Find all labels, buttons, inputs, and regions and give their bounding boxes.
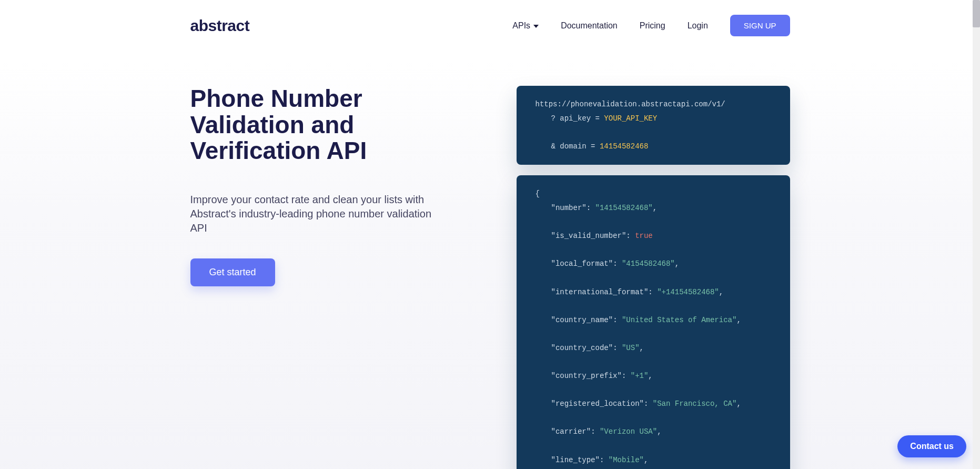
response-row: "international_format": "+14154582468", [536, 285, 771, 300]
nav-link-documentation[interactable]: Documentation [561, 21, 618, 31]
page-subtitle: Improve your contact rate and clean your… [190, 193, 432, 235]
request-param1-value: YOUR_API_KEY [604, 114, 657, 123]
response-row-key: "country_name" [551, 316, 613, 324]
response-row-key: "international_format" [551, 288, 649, 296]
hero-section: Phone Number Validation and Verification… [190, 86, 453, 286]
response-row-key: "country_prefix" [551, 372, 622, 380]
contact-us-button[interactable]: Contact us [897, 435, 966, 457]
response-row-value: "+1" [631, 372, 649, 380]
response-row-sep: : [644, 400, 653, 408]
nav-inner: abstract APIs Documentation Pricing Logi… [190, 15, 790, 36]
response-row: "local_format": "4154582468", [536, 257, 771, 271]
response-row: "is_valid_number": true [536, 229, 771, 243]
response-row-value: "US" [622, 344, 640, 352]
response-row-key: "country_code" [551, 344, 613, 352]
response-row-sep: : [648, 288, 657, 296]
response-row: "country_name": "United States of Americ… [536, 313, 771, 327]
main-content: Phone Number Validation and Verification… [190, 51, 790, 469]
response-row-trail: , [736, 316, 741, 324]
logo[interactable]: abstract [190, 17, 250, 35]
response-row-key: "carrier" [551, 427, 591, 436]
response-open-brace: { [536, 189, 540, 198]
response-row-sep: : [600, 456, 609, 464]
request-param2-prefix: & domain = [551, 142, 600, 151]
response-row-sep: : [622, 372, 631, 380]
response-row-value: "San Francisco, CA" [653, 400, 737, 408]
response-row: "line_type": "Mobile", [536, 453, 771, 467]
response-row-value: "United States of America" [622, 316, 736, 324]
response-row-value: "+14154582468" [657, 288, 719, 296]
response-row-sep: : [613, 344, 622, 352]
response-row-sep: : [613, 260, 622, 268]
response-row-trail: , [640, 344, 644, 352]
scrollbar-track[interactable] [973, 0, 980, 469]
page-title: Phone Number Validation and Verification… [190, 86, 453, 164]
response-row: "number": "14154582468", [536, 201, 771, 215]
response-row-key: "line_type" [551, 456, 600, 464]
response-row-value: "4154582468" [622, 260, 675, 268]
get-started-button[interactable]: Get started [190, 258, 275, 286]
response-row-trail: , [644, 456, 648, 464]
response-row-sep: : [613, 316, 622, 324]
response-row: "registered_location": "San Francisco, C… [536, 397, 771, 411]
response-row-sep: : [587, 204, 595, 212]
response-row-key: "local_format" [551, 260, 613, 268]
response-row-trail: , [653, 204, 657, 212]
response-row-trail: , [719, 288, 723, 296]
code-column: https://phonevalidation.abstractapi.com/… [517, 86, 790, 469]
response-row-value: "14154582468" [595, 204, 653, 212]
response-row-value: true [635, 232, 653, 240]
response-row-key: "is_valid_number" [551, 232, 627, 240]
response-row-trail: , [648, 372, 652, 380]
request-code-block: https://phonevalidation.abstractapi.com/… [517, 86, 790, 165]
nav-link-pricing[interactable]: Pricing [640, 21, 665, 31]
response-row-key: "number" [551, 204, 587, 212]
signup-button[interactable]: SIGN UP [730, 15, 790, 36]
response-row-value: "Verizon USA" [600, 427, 657, 436]
nav-link-apis-label: APIs [512, 21, 530, 31]
request-param1-prefix: ? api_key = [551, 114, 604, 123]
response-row: "country_code": "US", [536, 341, 771, 355]
nav-link-apis[interactable]: APIs [512, 21, 539, 31]
request-param2-value: 14154582468 [600, 142, 648, 151]
response-row-trail: , [657, 427, 661, 436]
nav-link-login[interactable]: Login [688, 21, 708, 31]
top-nav: abstract APIs Documentation Pricing Logi… [0, 0, 980, 51]
response-row-value: "Mobile" [609, 456, 644, 464]
chevron-down-icon [533, 25, 539, 28]
nav-links: APIs Documentation Pricing Login SIGN UP [512, 15, 790, 36]
response-row: "carrier": "Verizon USA", [536, 425, 771, 439]
response-row-trail: , [675, 260, 679, 268]
response-row: "country_prefix": "+1", [536, 369, 771, 383]
scrollbar-thumb[interactable] [973, 0, 980, 27]
response-row-key: "registered_location" [551, 400, 644, 408]
response-row-trail: , [736, 400, 741, 408]
response-row-sep: : [626, 232, 635, 240]
request-url: https://phonevalidation.abstractapi.com/… [536, 100, 725, 108]
response-row-sep: : [591, 427, 600, 436]
response-code-block: { "number": "14154582468", "is_valid_num… [517, 175, 790, 469]
